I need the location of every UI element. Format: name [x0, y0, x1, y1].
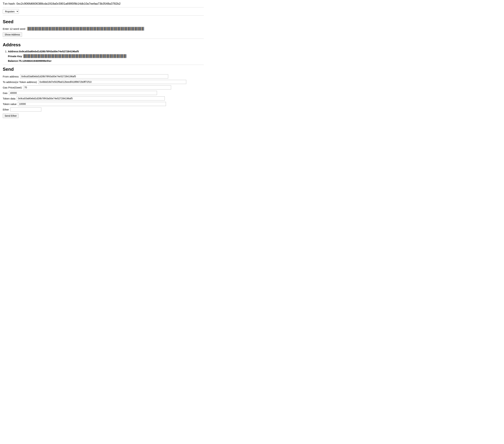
txn-hash-value: 0xc2c906fd6606388cda1918a0c5901a6995f9b1…: [16, 2, 121, 5]
address-list-item: Address:0x9ca53a80ebd1d28b78f43a50e74e52…: [8, 50, 204, 62]
address-title: Address: [3, 42, 204, 48]
token-value-label: Token value: [3, 103, 17, 106]
show-address-button[interactable]: Show Address: [3, 32, 22, 37]
network-select-row: Ropsten Mainnet Rinkeby Kovan: [3, 9, 204, 14]
balance-label: Balance:: [8, 59, 19, 62]
from-address-row: From address: [3, 74, 204, 78]
divider-seed: [3, 38, 204, 39]
address-list: Address:0x9ca53a80ebd1d28b78f43a50e74e52…: [3, 50, 204, 62]
network-select[interactable]: Ropsten Mainnet Rinkeby Kovan: [3, 9, 19, 14]
to-address-label: To address(or Token address): [3, 81, 37, 84]
token-value-input[interactable]: [18, 102, 166, 106]
balance-line: Balance:75.1294664194699999ether: [8, 59, 204, 62]
send-section: Send From address To address(or Token ad…: [3, 67, 204, 118]
send-ether-button[interactable]: Send Ether: [3, 114, 18, 118]
ether-label: Ether: [3, 108, 9, 111]
txn-hash-line: Txn hash: 0xc2c906fd6606388cda1918a0c590…: [3, 2, 204, 5]
address-field-label: Address:: [8, 50, 19, 53]
seed-blur-display: [27, 27, 144, 31]
txn-hash-label: Txn hash:: [3, 2, 16, 5]
send-title: Send: [3, 67, 204, 72]
token-data-input[interactable]: [17, 96, 165, 101]
ether-input[interactable]: [10, 107, 41, 111]
private-key-blur: [23, 54, 126, 58]
seed-section: Seed Enter 12-word seed Show Address: [3, 19, 204, 37]
to-address-input[interactable]: [38, 80, 186, 84]
seed-input-row: Enter 12-word seed: [3, 27, 204, 31]
token-data-label: Token data: [3, 97, 15, 100]
token-data-row: Token data: [3, 96, 204, 101]
to-address-row: To address(or Token address): [3, 80, 204, 84]
private-key-line: Private Key: [8, 54, 204, 58]
seed-title: Seed: [3, 19, 204, 24]
address-value-line: Address:0x9ca53a80ebd1d28b78f43a50e74e52…: [8, 50, 204, 53]
divider-txn: [3, 7, 204, 7]
seed-label: Enter 12-word seed: [3, 27, 25, 30]
gas-input[interactable]: [9, 91, 157, 95]
gas-price-row: Gas Price(Gwei): [3, 85, 204, 89]
from-address-input[interactable]: [20, 74, 168, 78]
ether-row: Ether: [3, 107, 204, 111]
address-field-value: 0x9ca53a80ebd1d28b78f43a50e74e527284196a…: [19, 50, 79, 53]
gas-row: Gas: [3, 91, 204, 95]
gas-price-input[interactable]: [23, 85, 171, 89]
address-section: Address Address:0x9ca53a80ebd1d28b78f43a…: [3, 42, 204, 62]
divider-address: [3, 65, 204, 65]
gas-label: Gas: [3, 91, 8, 94]
from-address-label: From address: [3, 75, 19, 78]
divider-network: [3, 16, 204, 16]
token-value-row: Token value: [3, 102, 204, 106]
gas-price-label: Gas Price(Gwei): [3, 86, 22, 89]
balance-value: 75.1294664194699999ether: [19, 59, 52, 62]
private-key-label: Private Key: [8, 55, 22, 58]
